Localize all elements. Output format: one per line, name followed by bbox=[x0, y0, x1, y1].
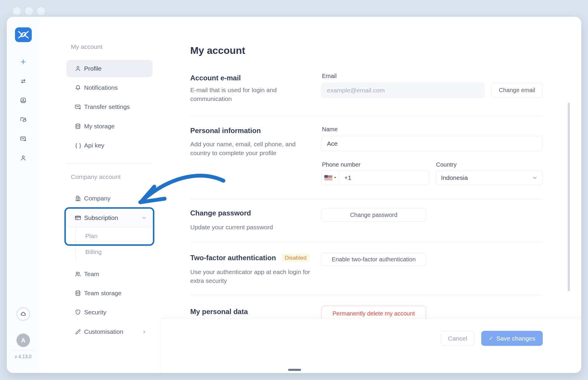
sidebar-item-subscription[interactable]: Subscription bbox=[66, 209, 153, 226]
new-transfer-button[interactable] bbox=[19, 57, 28, 67]
name-label: Name bbox=[322, 126, 338, 133]
window-control-minimize-icon[interactable] bbox=[25, 7, 33, 15]
bell-icon bbox=[74, 84, 81, 91]
shield-icon bbox=[74, 309, 81, 316]
sidebar-item-company[interactable]: Company bbox=[66, 190, 153, 207]
personal-info-description: Add your name, email, cell phone, and co… bbox=[190, 140, 302, 157]
sidebar-item-label: Security bbox=[84, 309, 106, 316]
sync-status-button[interactable] bbox=[16, 307, 30, 321]
send-envelope-icon bbox=[20, 135, 27, 142]
vertical-scrollbar[interactable] bbox=[568, 103, 570, 291]
user-avatar[interactable]: A bbox=[16, 333, 30, 347]
cloud-icon bbox=[19, 310, 27, 318]
sidebar-item-label: Company bbox=[84, 195, 111, 202]
sidebar-item-label: Profile bbox=[84, 65, 102, 72]
us-flag-icon bbox=[324, 175, 333, 180]
sent-button[interactable] bbox=[19, 134, 28, 143]
window-control-maximize-icon[interactable] bbox=[37, 7, 45, 15]
status-badge: Disabled bbox=[282, 254, 310, 262]
braces-icon: { } bbox=[74, 142, 82, 149]
chevron-down-icon bbox=[532, 175, 538, 181]
sidebar-item-label: Transfer settings bbox=[84, 103, 130, 110]
main-content: My account Account e-mail E-mail that is… bbox=[161, 17, 581, 373]
window-resize-handle[interactable] bbox=[288, 369, 301, 371]
sidebar-item-notifications[interactable]: Notifications bbox=[66, 79, 153, 96]
sidebar-item-security[interactable]: Security bbox=[66, 304, 153, 321]
app-logo-icon[interactable] bbox=[15, 27, 32, 42]
desktop-background: A v 4.13.0 My account Profile Notificati… bbox=[0, 0, 588, 380]
country-select[interactable]: Indonesia bbox=[435, 170, 543, 185]
chevron-down-icon bbox=[141, 215, 147, 220]
sidebar-item-label: Customisation bbox=[84, 328, 123, 335]
folder-cloud-icon bbox=[20, 116, 27, 123]
phone-label: Phone number bbox=[322, 161, 360, 168]
received-button[interactable] bbox=[19, 96, 28, 105]
two-factor-heading: Two-factor authentication bbox=[190, 254, 276, 262]
sidebar-item-label: Api key bbox=[84, 142, 104, 149]
enable-two-factor-button[interactable]: Enable two-factor authentication bbox=[321, 253, 426, 266]
sidebar-item-transfer-settings[interactable]: Transfer settings bbox=[66, 98, 153, 115]
settings-sidebar: My account Profile Notifications bbox=[39, 17, 162, 373]
personal-info-heading: Personal information bbox=[190, 127, 261, 135]
person-icon bbox=[74, 65, 81, 72]
cancel-button[interactable]: Cancel bbox=[441, 331, 474, 346]
sidebar-item-my-storage[interactable]: My storage bbox=[66, 118, 153, 135]
name-input[interactable] bbox=[321, 136, 543, 151]
sidebar-subitem-plan[interactable]: Plan bbox=[66, 228, 153, 245]
two-factor-description: Use your authenticator app at each login… bbox=[190, 268, 311, 285]
transfers-button[interactable] bbox=[19, 77, 28, 86]
plus-icon bbox=[20, 58, 27, 65]
email-input[interactable] bbox=[321, 83, 485, 98]
check-icon: ✓ bbox=[489, 335, 493, 342]
page-title: My account bbox=[190, 45, 245, 56]
action-footer: Cancel ✓ Save changes bbox=[161, 318, 581, 373]
sidebar-divider bbox=[66, 163, 153, 163]
save-changes-button[interactable]: ✓ Save changes bbox=[481, 331, 543, 346]
caret-down-icon bbox=[334, 177, 336, 178]
sidebar-item-label: Team bbox=[84, 271, 99, 278]
sidebar-subitem-billing[interactable]: Billing bbox=[66, 243, 153, 260]
section-divider bbox=[190, 295, 543, 295]
change-password-description: Update your current password bbox=[190, 223, 317, 232]
account-email-description: E-mail that is used for login and commun… bbox=[190, 86, 287, 103]
change-password-heading: Change password bbox=[190, 209, 251, 217]
contacts-button[interactable] bbox=[19, 153, 28, 163]
sidebar-item-label: My storage bbox=[84, 123, 115, 130]
window-control-close-icon[interactable] bbox=[13, 7, 21, 15]
sidebar-item-team-storage[interactable]: Team storage bbox=[66, 285, 153, 302]
country-label: Country bbox=[436, 161, 457, 168]
rail-divider bbox=[12, 350, 35, 351]
people-icon bbox=[74, 271, 81, 278]
sidebar-item-label: Team storage bbox=[84, 290, 121, 297]
country-code-selector[interactable] bbox=[322, 175, 339, 180]
section-divider bbox=[190, 199, 543, 199]
sidebar-item-label: Billing bbox=[85, 248, 102, 255]
sidebar-section-company-account: Company account bbox=[71, 173, 121, 180]
database-icon bbox=[74, 290, 81, 297]
sidebar-item-label: Notifications bbox=[84, 84, 118, 91]
person-icon bbox=[20, 155, 27, 162]
sidebar-item-customisation[interactable]: Customisation bbox=[66, 323, 153, 340]
two-factor-heading-row: Two-factor authenticationDisabled bbox=[190, 254, 310, 263]
change-email-button[interactable]: Change email bbox=[491, 83, 543, 98]
sidebar-item-label: Subscription bbox=[84, 214, 118, 221]
account-email-heading: Account e-mail bbox=[190, 74, 241, 82]
sidebar-item-team[interactable]: Team bbox=[66, 265, 153, 283]
left-rail: A v 4.13.0 bbox=[7, 17, 40, 373]
inbox-download-icon bbox=[20, 97, 27, 104]
country-value: Indonesia bbox=[441, 174, 468, 181]
paintbrush-icon bbox=[74, 328, 81, 335]
phone-input[interactable]: +1 bbox=[321, 170, 429, 185]
credit-card-icon bbox=[74, 214, 81, 221]
files-button[interactable] bbox=[19, 115, 28, 124]
app-version: v 4.13.0 bbox=[7, 354, 39, 359]
phone-value[interactable]: +1 bbox=[339, 174, 351, 181]
sidebar-item-profile[interactable]: Profile bbox=[66, 60, 153, 77]
save-changes-label: Save changes bbox=[496, 335, 535, 342]
database-icon bbox=[74, 123, 81, 130]
change-password-button[interactable]: Change password bbox=[321, 208, 426, 222]
envelope-arrow-icon bbox=[74, 103, 81, 110]
sidebar-section-my-account: My account bbox=[71, 43, 102, 50]
chevron-right-icon bbox=[142, 329, 147, 334]
sidebar-item-api-key[interactable]: { } Api key bbox=[66, 137, 153, 154]
